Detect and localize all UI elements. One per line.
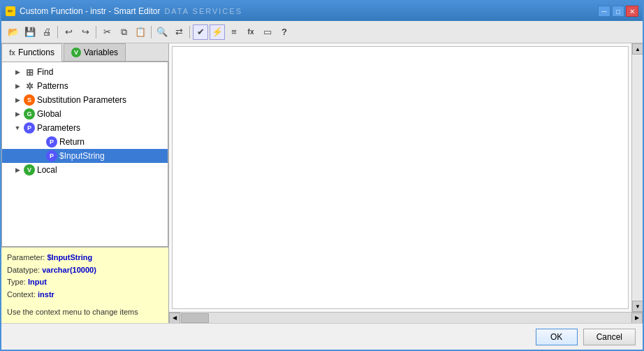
datatype-row: Datatype: varchar(10000)	[7, 264, 163, 277]
body-area: fx Functions V Variables ▶ ⊞ Find	[1, 43, 643, 323]
parameter-value: $InputString	[47, 253, 92, 262]
patterns-icon: ✲	[24, 80, 35, 92]
tree-item-find[interactable]: ▶ ⊞ Find	[2, 65, 168, 79]
tree-item-return[interactable]: P Return	[2, 135, 168, 149]
scroll-track-v	[632, 55, 643, 301]
tree-item-parameters[interactable]: ▼ P Parameters	[2, 121, 168, 135]
title-controls: ─ □ ✕	[598, 6, 638, 17]
patterns-expand-arrow: ▶	[13, 82, 22, 90]
copy-button[interactable]: ⧉	[116, 24, 131, 40]
cut-button[interactable]: ✂	[99, 24, 115, 40]
functions-tab-icon: fx	[9, 49, 15, 57]
print-button[interactable]: 🖨	[39, 24, 54, 40]
local-label: Local	[37, 165, 57, 175]
tree-item-patterns[interactable]: ▶ ✲ Patterns	[2, 79, 168, 93]
find-toolbar-button[interactable]: 🔍	[154, 24, 170, 40]
functions-tab-label: Functions	[18, 48, 54, 57]
inputstring-label: $InputString	[59, 151, 105, 161]
main-content: 📂 💾 🖨 ↩ ↪ ✂ ⧉ 📋 🔍 ⇄ ✔ ⚡ ≡ fx ▭ ?	[1, 21, 643, 350]
scroll-right-arrow[interactable]: ▶	[631, 313, 643, 324]
tab-functions[interactable]: fx Functions	[1, 43, 62, 62]
tree-item-local[interactable]: ▶ V Local	[2, 163, 168, 177]
tree-area: ▶ ⊞ Find ▶ ✲ Patterns ▶ S Substitution	[1, 62, 168, 247]
params-expand-arrow: ▼	[13, 124, 22, 132]
context-label: Context:	[7, 290, 36, 299]
title-bar-left: ✏ Custom Function - instr - Smart Editor…	[6, 6, 242, 16]
preview-button[interactable]: ▭	[260, 24, 275, 40]
context-value: instr	[38, 290, 54, 299]
close-button[interactable]: ✕	[626, 6, 638, 17]
horizontal-scrollbar[interactable]: ◀ ▶	[169, 312, 643, 323]
paste-button[interactable]: 📋	[133, 24, 148, 40]
main-window: ✏ Custom Function - instr - Smart Editor…	[0, 0, 644, 351]
global-icon: G	[24, 108, 35, 120]
bottom-bar: OK Cancel	[1, 323, 643, 350]
separator-4	[189, 26, 190, 38]
type-row: Type: Input	[7, 276, 163, 289]
datatype-label: Datatype:	[7, 266, 40, 274]
ok-button[interactable]: OK	[536, 329, 578, 345]
window-icon: ✏	[6, 6, 15, 16]
editor-wrapper: ▲ ▼	[169, 43, 643, 312]
left-panel: fx Functions V Variables ▶ ⊞ Find	[1, 43, 169, 323]
redo-button[interactable]: ↪	[78, 24, 93, 40]
type-label: Type:	[7, 278, 26, 286]
params-icon: P	[24, 122, 35, 134]
separator-2	[96, 26, 96, 38]
fx-button[interactable]: fx	[243, 24, 258, 40]
patterns-label: Patterns	[37, 81, 68, 91]
return-icon: P	[46, 136, 57, 148]
local-expand-arrow: ▶	[13, 166, 22, 174]
sub-expand-arrow: ▶	[13, 96, 22, 104]
tree-item-substitution[interactable]: ▶ S Substitution Parameters	[2, 93, 168, 107]
scroll-up-arrow[interactable]: ▲	[632, 43, 643, 55]
input-icon: P	[46, 150, 57, 162]
save-button[interactable]: 💾	[22, 24, 38, 40]
parameter-row: Parameter: $InputString	[7, 252, 163, 264]
undo-button[interactable]: ↩	[61, 24, 76, 40]
context-row: Context: instr	[7, 289, 163, 301]
minimize-button[interactable]: ─	[598, 6, 610, 17]
global-expand-arrow: ▶	[13, 110, 22, 118]
find-icon: ⊞	[24, 66, 35, 78]
watermark: DATA SERVICES	[164, 7, 242, 15]
open-button[interactable]: 📂	[6, 24, 21, 40]
tree-item-inputstring[interactable]: P $InputString	[2, 149, 168, 163]
schema-button[interactable]: ≡	[226, 24, 242, 40]
help-button[interactable]: ?	[277, 24, 292, 40]
return-label: Return	[59, 137, 85, 147]
parameters-label: Parameters	[37, 123, 80, 133]
variables-tab-label: Variables	[84, 48, 118, 57]
compile-button[interactable]: ⚡	[210, 24, 225, 40]
title-bar: ✏ Custom Function - instr - Smart Editor…	[1, 1, 643, 21]
input-expand-arrow	[36, 152, 44, 160]
separator-1	[57, 26, 58, 38]
tab-bar: fx Functions V Variables	[1, 43, 168, 62]
tree-item-global[interactable]: ▶ G Global	[2, 107, 168, 121]
right-scrollbar[interactable]: ▲ ▼	[631, 43, 643, 312]
find-label: Find	[37, 67, 53, 77]
editor-area[interactable]	[172, 46, 629, 309]
local-icon: V	[24, 164, 35, 176]
tab-variables[interactable]: V Variables	[64, 43, 126, 61]
window-title: Custom Function - instr - Smart Editor	[20, 6, 160, 16]
replace-button[interactable]: ⇄	[171, 24, 186, 40]
parameter-label: Parameter:	[7, 253, 45, 262]
find-expand-arrow: ▶	[13, 68, 22, 76]
info-note: Use the context menu to change items	[7, 306, 163, 319]
global-label: Global	[37, 109, 61, 119]
right-panel: ▲ ▼ ◀ ▶	[169, 43, 643, 323]
separator-3	[151, 26, 152, 38]
scroll-thumb-h	[181, 313, 209, 323]
info-panel: Parameter: $InputString Datatype: varcha…	[1, 247, 168, 323]
scroll-down-arrow[interactable]: ▼	[632, 301, 643, 312]
sub-icon: S	[24, 94, 35, 106]
validate-button[interactable]: ✔	[193, 24, 208, 40]
return-expand-arrow	[36, 138, 44, 146]
toolbar: 📂 💾 🖨 ↩ ↪ ✂ ⧉ 📋 🔍 ⇄ ✔ ⚡ ≡ fx ▭ ?	[1, 21, 643, 43]
type-value: Input	[28, 278, 47, 286]
cancel-button[interactable]: Cancel	[583, 329, 636, 345]
variables-tab-icon: V	[71, 48, 81, 57]
maximize-button[interactable]: □	[612, 6, 624, 17]
scroll-left-arrow[interactable]: ◀	[169, 313, 180, 324]
